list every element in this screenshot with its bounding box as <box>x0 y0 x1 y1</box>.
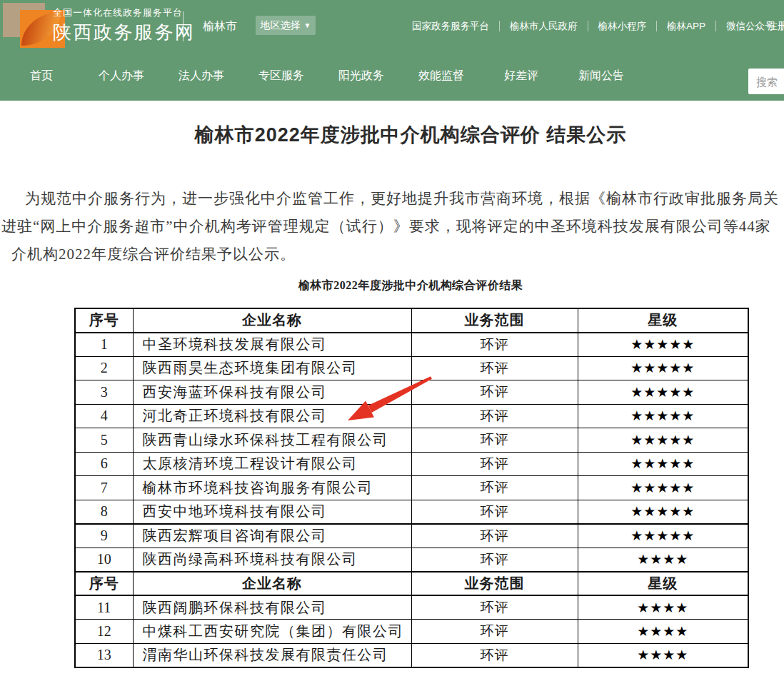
serial-cell: 11 <box>75 595 133 620</box>
business-scope-cell: 环评 <box>411 524 578 548</box>
page: 全国一体化在线政务服务平台 陕西政务服务网 榆林市 地区选择 ▼ 国家政务服务平… <box>0 0 784 676</box>
divider <box>588 21 588 31</box>
serial-cell: 6 <box>75 452 133 476</box>
topbar-link[interactable]: 榆林小程序 <box>598 20 647 33</box>
table-row: 12中煤科工西安研究院（集团）有限公司环评★★★★ <box>75 620 748 644</box>
star-rating-cell: ★★★★ <box>578 595 748 620</box>
eval-table-body: 序号企业名称业务范围星级1中圣环境科技发展有限公司环评★★★★★2陕西雨昊生态环… <box>75 308 748 667</box>
table-header-row: 序号企业名称业务范围星级 <box>75 308 748 333</box>
table-row: 9陕西宏辉项目咨询有限公司环评★★★★★ <box>75 524 748 548</box>
search-input[interactable] <box>748 69 784 94</box>
column-header: 企业名称 <box>133 572 411 596</box>
serial-cell: 4 <box>75 404 133 428</box>
divider <box>656 21 657 31</box>
column-header: 业务范围 <box>411 308 578 333</box>
table-row: 11陕西阔鹏环保科技有限公司环评★★★★ <box>75 595 748 620</box>
serial-cell: 5 <box>75 428 133 453</box>
company-name-cell: 渭南华山环保科技发展有限责任公司 <box>133 643 411 667</box>
company-name-cell: 榆林市环境科技咨询服务有限公司 <box>133 476 411 500</box>
column-header: 星级 <box>578 572 748 596</box>
table-row: 3西安海蓝环保科技有限公司环评★★★★★ <box>75 380 748 405</box>
column-header: 序号 <box>75 572 133 596</box>
company-name-cell: 陕西宏辉项目咨询有限公司 <box>133 524 411 548</box>
nav-item[interactable]: 阳光政务 <box>321 52 401 101</box>
star-rating-cell: ★★★★ <box>578 548 748 572</box>
star-rating-cell: ★★★★★ <box>578 452 748 476</box>
nav-item[interactable]: 效能监督 <box>401 52 481 101</box>
site-name: 陕西政务服务网 <box>53 20 196 44</box>
paragraph-line: 为规范中介服务行为，进一步强化中介监管工作，更好地提升我市营商环境，根据《榆林市… <box>1 185 784 213</box>
table-row: 13渭南华山环保科技发展有限责任公司环评★★★★ <box>75 643 748 667</box>
star-rating-cell: ★★★★★ <box>578 380 748 405</box>
star-rating-cell: ★★★★★ <box>578 500 748 524</box>
current-city-label: 榆林市 <box>203 0 237 52</box>
business-scope-cell: 环评 <box>411 476 578 500</box>
business-scope-cell: 环评 <box>411 452 578 476</box>
business-scope-cell: 环评 <box>411 620 578 644</box>
business-scope-cell: 环评 <box>411 500 578 524</box>
evaluation-table: 序号企业名称业务范围星级1中圣环境科技发展有限公司环评★★★★★2陕西雨昊生态环… <box>74 308 749 668</box>
announcement-content: 榆林市2022年度涉批中介机构综合评价 结果公示 为规范中介服务行为，进一步强化… <box>0 101 784 676</box>
serial-cell: 9 <box>75 524 133 548</box>
table-row: 4河北奇正环境科技有限公司环评★★★★★ <box>75 404 748 428</box>
star-rating-cell: ★★★★ <box>578 643 748 667</box>
table-row: 8西安中地环境科技有限公司环评★★★★★ <box>75 500 748 524</box>
divider <box>499 21 500 31</box>
column-header: 业务范围 <box>411 572 578 596</box>
announcement-paragraph: 为规范中介服务行为，进一步强化中介监管工作，更好地提升我市营商环境，根据《榆林市… <box>1 185 784 268</box>
business-scope-cell: 环评 <box>411 643 578 667</box>
column-header: 序号 <box>75 308 133 333</box>
star-rating-cell: ★★★★ <box>578 620 748 644</box>
column-header: 企业名称 <box>133 308 411 333</box>
table-caption: 榆林市2022年度涉批中介机构综合评价结果 <box>0 278 784 293</box>
serial-cell: 12 <box>75 620 133 644</box>
star-rating-cell: ★★★★★ <box>578 428 748 453</box>
table-row: 7榆林市环境科技咨询服务有限公司环评★★★★★ <box>75 476 748 500</box>
table-row: 5陕西青山绿水环保科技工程有限公司环评★★★★★ <box>75 428 748 453</box>
nav-item[interactable]: 首页 <box>1 52 81 101</box>
table-row: 10陕西尚绿高科环境科技有限公司环评★★★★ <box>75 548 748 572</box>
page-title: 榆林市2022年度涉批中介机构综合评价 结果公示 <box>0 122 784 148</box>
nav-item[interactable]: 好差评 <box>481 52 561 101</box>
chevron-down-icon: ▼ <box>304 22 311 29</box>
serial-cell: 1 <box>75 333 133 357</box>
table-row: 2陕西雨昊生态环境集团有限公司环评★★★★★ <box>75 356 748 380</box>
star-rating-cell: ★★★★★ <box>578 356 748 380</box>
serial-cell: 7 <box>75 476 133 500</box>
topbar-link[interactable]: 榆林APP <box>667 20 705 33</box>
divider <box>183 11 184 41</box>
company-name-cell: 太原核清环境工程设计有限公司 <box>133 452 411 476</box>
business-scope-cell: 环评 <box>411 428 578 453</box>
register-link[interactable]: 注册 <box>768 0 784 52</box>
region-selector-label: 地区选择 <box>261 19 301 32</box>
business-scope-cell: 环评 <box>411 548 578 572</box>
table-row: 1中圣环境科技发展有限公司环评★★★★★ <box>75 333 748 357</box>
serial-cell: 2 <box>75 356 133 380</box>
platform-name: 全国一体化在线政务服务平台 <box>53 6 196 19</box>
nav-item[interactable]: 个人办事 <box>81 52 161 101</box>
business-scope-cell: 环评 <box>411 595 578 620</box>
company-name-cell: 中圣环境科技发展有限公司 <box>133 333 411 357</box>
star-rating-cell: ★★★★★ <box>578 404 748 428</box>
table-header-row: 序号企业名称业务范围星级 <box>75 572 748 596</box>
nav-item[interactable]: 专区服务 <box>241 52 321 101</box>
company-name-cell: 中煤科工西安研究院（集团）有限公司 <box>133 620 411 644</box>
company-name-cell: 西安中地环境科技有限公司 <box>133 500 411 524</box>
serial-cell: 10 <box>75 548 133 572</box>
table-row: 6太原核清环境工程设计有限公司环评★★★★★ <box>75 452 748 476</box>
topbar-link[interactable]: 榆林市人民政府 <box>510 20 578 33</box>
nav-item[interactable]: 新闻公告 <box>561 52 641 101</box>
star-rating-cell: ★★★★★ <box>578 524 748 548</box>
brand: 全国一体化在线政务服务平台 陕西政务服务网 <box>53 6 196 44</box>
column-header: 星级 <box>578 308 748 333</box>
paragraph-line: 介机构2022年度综合评价结果予以公示。 <box>1 241 784 268</box>
company-name-cell: 陕西雨昊生态环境集团有限公司 <box>133 356 411 380</box>
nav-item[interactable]: 法人办事 <box>161 52 241 101</box>
site-header: 全国一体化在线政务服务平台 陕西政务服务网 榆林市 地区选择 ▼ 国家政务服务平… <box>0 0 784 101</box>
business-scope-cell: 环评 <box>411 380 578 405</box>
topbar-links: 国家政务服务平台榆林市人民政府榆林小程序榆林APP微信公众号 <box>412 0 775 52</box>
region-selector-button[interactable]: 地区选择 ▼ <box>256 16 316 35</box>
company-name-cell: 河北奇正环境科技有限公司 <box>133 404 411 428</box>
serial-cell: 8 <box>75 500 133 524</box>
topbar-link[interactable]: 国家政务服务平台 <box>412 20 489 33</box>
